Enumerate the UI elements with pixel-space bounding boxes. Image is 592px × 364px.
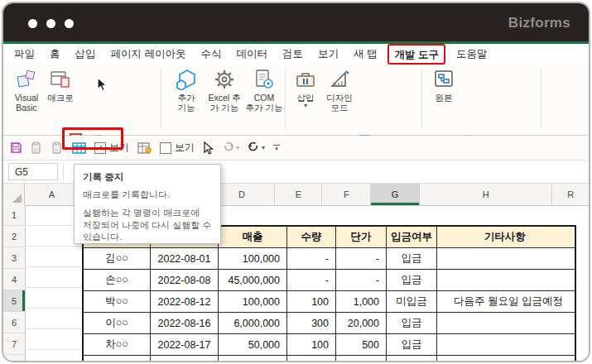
cell-paid[interactable]: 입금 [387,313,437,333]
tab-review[interactable]: 검토 [275,46,310,63]
cell-price[interactable]: 500 [336,334,387,355]
row-header-3[interactable]: 3 [3,247,26,269]
cell-name[interactable]: 김○○ [84,248,151,269]
cell-sales[interactable]: 45,000,000 [219,270,287,290]
row-header-7[interactable]: 7 [3,333,26,355]
xml-source-button[interactable]: 원본 [429,69,459,103]
tab-new-tab[interactable]: 새 탭 [346,46,384,63]
add-ins-button[interactable]: 추가기능 [169,69,204,113]
row-header-1[interactable]: 1 [3,205,26,226]
cell-date[interactable]: 2022-08-17 [151,334,219,355]
com-add-ins-button[interactable]: COM추가 기능 [245,69,283,113]
cell-price[interactable]: 20,000 [336,313,387,333]
window-zoom-dot[interactable] [65,19,74,28]
cell-price[interactable]: - [336,248,387,269]
macros-button[interactable]: 매크로 [45,69,76,103]
col-header-f[interactable]: F [322,184,371,205]
checkbox-unchecked-icon [160,142,171,154]
cell-date[interactable]: 2022-08-08 [151,270,219,290]
cell-price[interactable]: 100 [336,356,387,362]
tab-developer[interactable]: 개발 도구 [392,49,440,60]
header-cell-paid[interactable]: 입금여부 [387,227,437,247]
table-lock-icon[interactable] [137,142,152,154]
cell-paid-selected[interactable]: 미입금 [387,291,437,312]
cell-paid[interactable]: 입금 [387,334,437,355]
tab-page-layout[interactable]: 페이지 레이아웃 [103,46,194,63]
header-cell-price[interactable]: 단가 [336,227,387,247]
redo-button[interactable]: ▾ [222,142,239,154]
save-icon[interactable] [10,141,22,154]
cell-sales[interactable]: 50,000 [219,334,287,355]
cell-note[interactable] [437,334,573,355]
tab-file[interactable]: 파일 [7,46,42,63]
tab-data[interactable]: 데이터 [229,46,275,63]
cell-sales[interactable]: 6,000,000 [219,313,287,333]
group-divider [161,69,161,129]
cell-price[interactable]: - [336,270,387,290]
name-box[interactable]: G5 [8,163,58,180]
insert-control-button[interactable]: 삽입 ▾ [291,69,320,109]
cell-note[interactable] [437,356,573,362]
cell-date[interactable]: 2022-08-21 [151,356,219,362]
cell-paid[interactable]: 입금 [387,356,437,362]
row-header-4[interactable]: 4 [3,269,26,290]
excel-add-ins-label-1: Excel 추 [208,93,240,103]
row-header-6[interactable]: 6 [3,312,26,333]
select-cursor-icon[interactable] [203,141,214,155]
tab-home[interactable]: 홈 [42,46,68,63]
macros-label: 매크로 [47,93,74,103]
header-cell-qty[interactable]: 수량 [287,227,336,247]
cell-name[interactable]: 박○○ [84,291,151,312]
cell-name[interactable]: 손○○ [84,270,151,290]
col-header-a[interactable]: A [25,184,79,205]
visual-basic-button[interactable]: VisualBasic [10,69,43,113]
cell-date[interactable]: 2022-08-12 [151,291,219,312]
cell-price[interactable]: 1,000 [336,291,387,312]
cell-sales[interactable]: 100,000 [219,291,287,312]
undo-button[interactable]: ▾ [248,142,265,154]
cell-note[interactable] [437,270,573,290]
window-close-dot[interactable] [28,19,37,28]
row-header-5-selected[interactable]: 5 [3,290,26,312]
col-header-r[interactable]: R [552,184,589,205]
tab-insert[interactable]: 삽입 [68,46,103,63]
qat-customize-icon[interactable]: ▾ [273,145,280,151]
cell-name[interactable]: 하○○ [84,356,151,362]
cell-date[interactable]: 2022-08-01 [151,248,219,269]
cell-qty[interactable]: 100 [287,334,336,355]
cell-qty[interactable]: 300 [287,313,336,333]
col-header-g-selected[interactable]: G [371,184,420,205]
col-header-h[interactable]: H [420,184,552,205]
tab-view[interactable]: 보기 [310,46,346,63]
cell-qty[interactable]: - [287,248,336,269]
cell-qty[interactable]: - [287,270,336,290]
cell-name[interactable]: 이○○ [84,313,151,333]
row-header-2[interactable]: 2 [3,226,26,247]
cell-sales[interactable]: 100,000 [219,248,287,269]
paste-values-icon[interactable]: 123 [31,141,43,154]
cell-paid[interactable]: 입금 [387,270,437,290]
tab-formulas[interactable]: 수식 [193,46,229,63]
header-cell-note[interactable]: 기타사항 [437,227,573,247]
cell-note[interactable]: 다음주 월요일 입금예정 [437,291,573,312]
cell-qty[interactable]: 100 [287,291,336,312]
window-minimize-dot[interactable] [46,19,55,28]
gridline [25,246,82,247]
cell-date[interactable]: 2022-08-16 [151,313,219,333]
cell-note[interactable] [437,248,573,269]
cell-note[interactable] [437,313,573,333]
cell-qty[interactable]: 300 [287,356,336,362]
cell-name[interactable]: 차○○ [84,334,151,355]
header-cell-sales[interactable]: 매출 [219,227,287,247]
cell-sales[interactable]: 30,000 [219,356,287,362]
cell-paid[interactable]: 입금 [387,248,437,269]
tab-help[interactable]: 도움말 [449,46,495,63]
design-mode-button[interactable]: 디자인모드 [323,69,356,113]
toggle-view-unchecked[interactable]: 보기 [160,141,195,155]
record-stop-tooltip: 기록 중지 매크로를 기록합니다. 실행하는 각 명령이 매크로에 저장되어 나… [74,164,221,244]
col-header-e[interactable]: E [275,184,322,205]
select-all-corner[interactable] [3,184,25,205]
row-header-8[interactable]: 8 [3,355,26,362]
table-row: 하○○ 2022-08-21 30,000 300 100 입금 [84,356,575,362]
excel-add-ins-button[interactable]: Excel 추가 기능 [205,69,243,113]
